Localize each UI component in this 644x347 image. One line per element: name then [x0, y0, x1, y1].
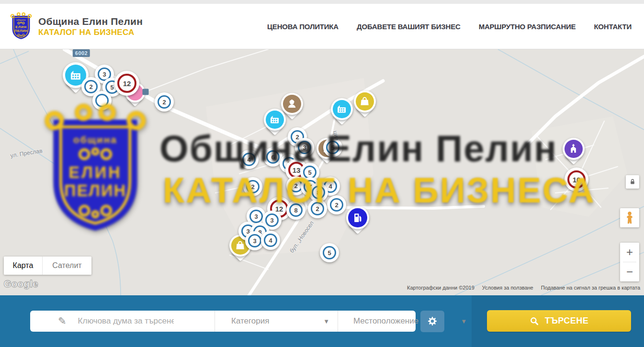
map-data-copyright: Картографски данни ©2019 — [407, 285, 475, 291]
main-nav: ЦЕНОВА ПОЛИТИКАДОБАВЕТЕ ВАШИЯТ БИЗНЕСМАР… — [267, 22, 632, 31]
nav-item-2[interactable]: МАРШРУТНО РАЗПИСАНИЕ — [479, 22, 576, 31]
svg-text:ПЕЛИН: ПЕЛИН — [14, 29, 27, 33]
keyword-field-wrap: ✎ — [30, 311, 215, 332]
map-type-satellite-button[interactable]: Сателит — [43, 257, 91, 275]
header: община ЕЛИН ПЕЛИН Община Елин Пелин КАТА… — [0, 4, 644, 49]
cluster-marker[interactable]: 2 — [243, 177, 262, 196]
zoom-control: + − — [620, 243, 639, 281]
cluster-marker[interactable]: 10 — [565, 168, 588, 191]
street-view-pegman-button[interactable] — [620, 208, 639, 227]
search-bar: ✎ Категория ▼ Местоположение ▼ ТЪРСЕНЕ — [0, 295, 644, 347]
nav-item-1[interactable]: ДОБАВЕТЕ ВАШИЯТ БИЗНЕС — [357, 22, 461, 31]
pencil-icon: ✎ — [58, 315, 67, 327]
pin-marker-factory[interactable] — [264, 109, 286, 131]
site-subtitle: КАТАЛОГ НА БИЗНЕСА — [38, 28, 143, 37]
advanced-settings-button[interactable] — [420, 311, 444, 332]
lock-icon — [629, 179, 636, 185]
location-select[interactable]: Местоположение ▼ — [338, 311, 475, 332]
svg-text:община: община — [16, 19, 25, 21]
cluster-marker[interactable]: 4 — [261, 231, 280, 250]
pin-marker-fuel[interactable] — [346, 206, 369, 229]
road-number-badge: 6002 — [73, 49, 90, 57]
map-attribution: Картографски данни ©2019 Условия за полз… — [407, 285, 640, 291]
pin-marker-bag[interactable] — [354, 90, 376, 112]
cluster-marker[interactable]: 2 — [308, 199, 327, 218]
google-logo[interactable]: Google — [4, 279, 38, 290]
municipality-logo[interactable]: община ЕЛИН ПЕЛИН — [10, 11, 33, 41]
zoom-in-button[interactable]: + — [620, 243, 639, 262]
page-top-strip — [0, 0, 644, 4]
pin-marker-factory[interactable] — [331, 98, 353, 120]
nav-item-0[interactable]: ЦЕНОВА ПОЛИТИКА — [267, 22, 339, 31]
terms-link[interactable]: Условия за ползване — [482, 285, 533, 291]
magnifier-icon — [530, 316, 539, 326]
cluster-marker[interactable]: 8 — [286, 201, 305, 220]
map-type-map-button[interactable]: Карта — [4, 257, 43, 275]
chevron-down-icon: ▼ — [323, 318, 329, 325]
cluster-marker[interactable]: 5 — [323, 138, 342, 157]
brand-block: Община Елин Пелин КАТАЛОГ НА БИЗНЕСА — [38, 16, 143, 37]
cluster-marker[interactable]: 2 — [155, 92, 174, 112]
nav-item-3[interactable]: КОНТАКТИ — [594, 22, 632, 31]
category-select-label: Категория — [231, 316, 269, 326]
cluster-marker[interactable]: 5 — [320, 243, 339, 262]
cluster-marker[interactable]: 2 — [327, 195, 346, 214]
chevron-down-icon: ▼ — [461, 318, 467, 325]
map-type-control: Карта Сателит — [4, 257, 91, 275]
search-button-label: ТЪРСЕНЕ — [545, 316, 589, 326]
category-select[interactable]: Категория ▼ — [215, 311, 338, 332]
pin-marker-church[interactable] — [563, 138, 585, 160]
search-button[interactable]: ТЪРСЕНЕ — [487, 310, 631, 332]
cluster-marker[interactable]: 3 — [295, 138, 314, 157]
site-title: Община Елин Пелин — [38, 16, 143, 27]
pegman-icon — [624, 211, 635, 224]
gear-icon — [427, 316, 438, 327]
keyword-search-input[interactable] — [77, 316, 175, 326]
cluster-marker[interactable]: 12 — [114, 71, 139, 96]
search-fields-group: ✎ Категория ▼ Местоположение ▼ — [30, 311, 416, 332]
location-select-label: Местоположение — [353, 316, 418, 326]
cluster-marker[interactable]: 4 — [239, 150, 259, 169]
map-canvas[interactable]: 3251222356713542274821282333834510 6002у… — [0, 49, 644, 295]
zoom-out-button[interactable]: − — [620, 262, 639, 281]
lock-button[interactable] — [626, 175, 639, 189]
report-error-link[interactable]: Подаване на сигнал за грешка в картата — [541, 285, 640, 291]
cluster-marker[interactable] — [92, 91, 112, 110]
road-number-badge — [143, 89, 149, 95]
